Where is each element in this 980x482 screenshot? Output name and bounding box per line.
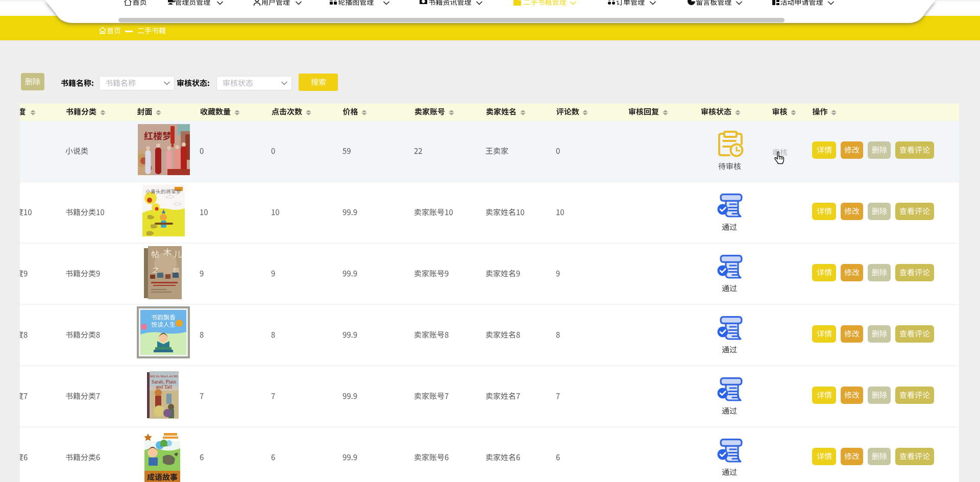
svg-text:and Tall: and Tall: [156, 384, 172, 390]
svg-text:PATRICIA MacLACHLAN: PATRICIA MacLACHLAN: [147, 374, 179, 378]
